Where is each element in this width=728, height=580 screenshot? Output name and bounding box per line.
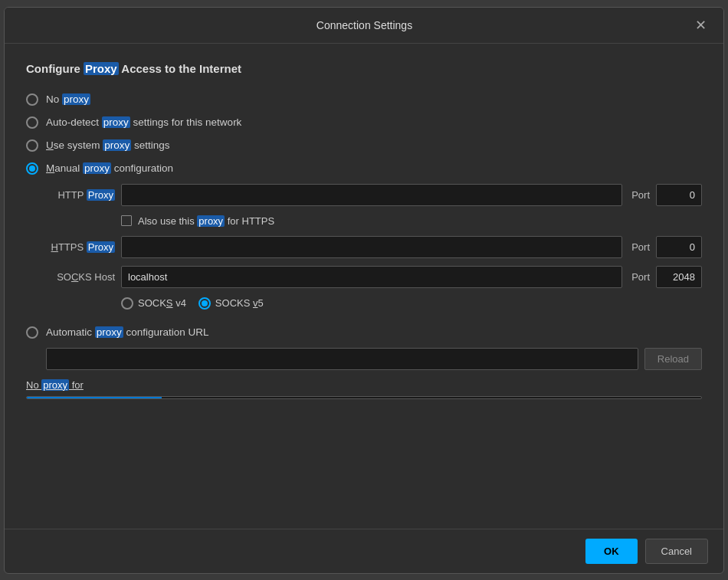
http-port-input[interactable] [656, 184, 702, 206]
auto-proxy-section: Automatic proxy configuration URL Reload [26, 322, 702, 370]
no-proxy-section: No proxy for [26, 378, 702, 399]
socks-v4-option[interactable]: SOCKS v4 [121, 297, 186, 310]
http-proxy-row: HTTP Proxy Port [46, 184, 702, 206]
also-use-https-checkbox[interactable] [121, 215, 132, 226]
section-title-prefix: Configure [26, 62, 84, 75]
socks-version-row: SOCKS v4 SOCKS v5 [121, 296, 702, 311]
https-proxy-row: HTTPS Proxy Port [46, 236, 702, 258]
radio-no-proxy-indicator [26, 93, 38, 106]
cancel-button[interactable]: Cancel [645, 539, 708, 564]
socks-v4-label: SOCKS v4 [138, 297, 186, 309]
radio-manual-indicator [26, 162, 38, 175]
close-button[interactable]: ✕ [690, 17, 711, 34]
radio-manual[interactable]: Manual proxy configuration [26, 158, 702, 179]
reload-button[interactable]: Reload [644, 348, 702, 370]
http-proxy-label: HTTP Proxy [46, 189, 115, 201]
socks-v5-option[interactable]: SOCKS v5 [198, 297, 264, 310]
socks-port-input[interactable] [656, 266, 702, 288]
radio-no-proxy[interactable]: No proxy [26, 89, 702, 110]
section-title-proxy: Proxy [84, 62, 119, 75]
ok-button[interactable]: OK [585, 539, 638, 564]
dialog-footer: OK Cancel [5, 529, 723, 573]
no-proxy-bar-inner [27, 397, 162, 398]
radio-auto-detect-label: Auto-detect proxy settings for this netw… [46, 116, 241, 128]
radio-no-proxy-label: No proxy [46, 93, 90, 105]
auto-proxy-url-input[interactable] [46, 348, 638, 370]
socks-v5-indicator [198, 297, 211, 310]
radio-auto-detect-indicator [26, 116, 38, 129]
proxy-type-radio-group: No proxy Auto-detect proxy settings for … [26, 89, 702, 179]
radio-auto-proxy[interactable]: Automatic proxy configuration URL [26, 322, 702, 343]
radio-manual-label: Manual proxy configuration [46, 162, 173, 174]
dialog-title: Connection Settings [38, 19, 690, 31]
radio-auto-proxy-label: Automatic proxy configuration URL [46, 326, 209, 338]
no-proxy-label: No proxy for [26, 379, 84, 391]
radio-use-system[interactable]: Use system proxy settings [26, 135, 702, 156]
radio-auto-proxy-indicator [26, 326, 38, 339]
http-proxy-input[interactable] [121, 184, 622, 206]
socks-host-row: SOCKS Host Port [46, 266, 702, 288]
also-use-https-label: Also use this proxy for HTTPS [138, 215, 274, 227]
https-proxy-label: HTTPS Proxy [46, 241, 115, 253]
auto-proxy-url-row: Reload [46, 348, 702, 370]
radio-auto-detect[interactable]: Auto-detect proxy settings for this netw… [26, 112, 702, 133]
https-port-input[interactable] [656, 236, 702, 258]
https-proxy-input[interactable] [121, 236, 622, 258]
dialog-body: Configure Proxy Access to the Internet N… [5, 44, 723, 529]
manual-config-section: HTTP Proxy Port Also use this proxy for … [46, 184, 702, 311]
radio-use-system-indicator [26, 139, 38, 152]
socks-host-input[interactable] [121, 266, 622, 288]
socks-v4-indicator [121, 297, 133, 310]
no-proxy-bar [26, 396, 702, 399]
connection-settings-dialog: Connection Settings ✕ Configure Proxy Ac… [4, 7, 724, 574]
radio-use-system-label: Use system proxy settings [46, 139, 170, 151]
https-port-label: Port [631, 241, 650, 253]
section-title: Configure Proxy Access to the Internet [26, 62, 702, 75]
socks-v5-label: SOCKS v5 [215, 297, 264, 309]
socks-host-label: SOCKS Host [46, 271, 115, 283]
section-title-suffix: Access to the Internet [119, 62, 241, 75]
socks-port-label: Port [631, 271, 650, 283]
title-bar: Connection Settings ✕ [5, 8, 723, 44]
also-use-for-https-row: Also use this proxy for HTTPS [121, 214, 702, 228]
http-port-label: Port [631, 189, 650, 201]
